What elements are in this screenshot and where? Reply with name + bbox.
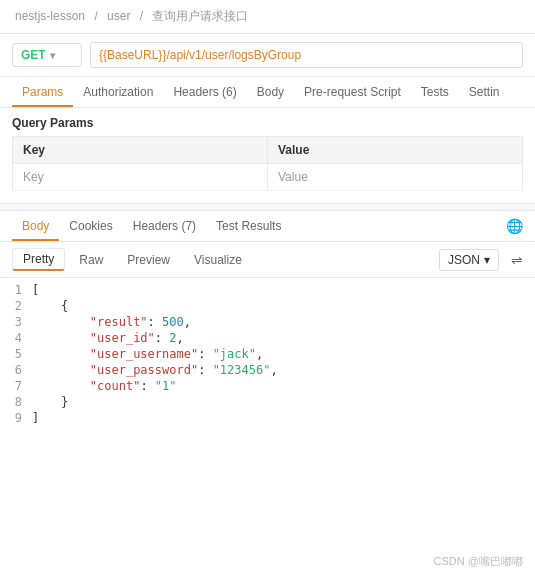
resp-tabs-right: 🌐 <box>506 218 523 234</box>
format-select[interactable]: JSON ▾ <box>439 249 499 271</box>
param-value-input[interactable]: Value <box>268 164 523 191</box>
globe-icon[interactable]: 🌐 <box>506 218 523 234</box>
breadcrumb-sep2: / <box>140 9 143 23</box>
chevron-down-icon: ▾ <box>484 253 490 267</box>
params-col-value: Value <box>268 137 523 164</box>
json-line-4: 4 "user_id": 2, <box>0 330 535 346</box>
resp-tab-headers[interactable]: Headers (7) <box>123 211 206 241</box>
method-select[interactable]: GET ▾ <box>12 43 82 67</box>
watermark: CSDN @嘴巴嘟嘟 <box>434 554 523 569</box>
request-tabs: Params Authorization Headers (6) Body Pr… <box>0 77 535 108</box>
resp-tab-cookies[interactable]: Cookies <box>59 211 122 241</box>
params-table: Key Value Key Value <box>12 136 523 191</box>
chevron-down-icon: ▾ <box>50 50 55 61</box>
json-line-5: 5 "user_username": "jack", <box>0 346 535 362</box>
fmt-preview[interactable]: Preview <box>117 250 180 270</box>
response-tabs: Body Cookies Headers (7) Test Results 🌐 <box>0 211 535 242</box>
fmt-raw[interactable]: Raw <box>69 250 113 270</box>
params-section: Query Params Key Value Key Value <box>0 108 535 191</box>
wrap-icon[interactable]: ⇌ <box>511 252 523 268</box>
format-label: JSON <box>448 253 480 267</box>
section-divider <box>0 203 535 211</box>
tab-params[interactable]: Params <box>12 77 73 107</box>
json-line-2: 2 { <box>0 298 535 314</box>
table-row: Key Value <box>13 164 523 191</box>
breadcrumb-part1: nestjs-lesson <box>15 9 85 23</box>
params-col-key: Key <box>13 137 268 164</box>
fmt-visualize[interactable]: Visualize <box>184 250 252 270</box>
tab-body[interactable]: Body <box>247 77 294 107</box>
tab-prerequest[interactable]: Pre-request Script <box>294 77 411 107</box>
json-body: 1 [ 2 { 3 "result": 500, 4 "user_id": 2,… <box>0 278 535 430</box>
resp-tab-testresults[interactable]: Test Results <box>206 211 291 241</box>
json-line-9: 9 ] <box>0 410 535 426</box>
resp-tab-body[interactable]: Body <box>12 211 59 241</box>
json-line-3: 3 "result": 500, <box>0 314 535 330</box>
breadcrumb-part2: user <box>107 9 130 23</box>
breadcrumb-part3: 查询用户请求接口 <box>152 9 248 23</box>
json-line-1: 1 [ <box>0 282 535 298</box>
method-label: GET <box>21 48 46 62</box>
query-params-title: Query Params <box>12 116 523 130</box>
format-bar: Pretty Raw Preview Visualize JSON ▾ ⇌ <box>0 242 535 278</box>
url-input[interactable] <box>90 42 523 68</box>
tab-tests[interactable]: Tests <box>411 77 459 107</box>
fmt-pretty[interactable]: Pretty <box>12 248 65 271</box>
breadcrumb: nestjs-lesson / user / 查询用户请求接口 <box>0 0 535 34</box>
json-line-7: 7 "count": "1" <box>0 378 535 394</box>
breadcrumb-sep1: / <box>94 9 97 23</box>
tab-headers[interactable]: Headers (6) <box>163 77 246 107</box>
json-line-8: 8 } <box>0 394 535 410</box>
param-key-input[interactable]: Key <box>13 164 268 191</box>
json-line-6: 6 "user_password": "123456", <box>0 362 535 378</box>
tab-authorization[interactable]: Authorization <box>73 77 163 107</box>
tab-settings[interactable]: Settin <box>459 77 510 107</box>
url-bar: GET ▾ <box>0 34 535 77</box>
